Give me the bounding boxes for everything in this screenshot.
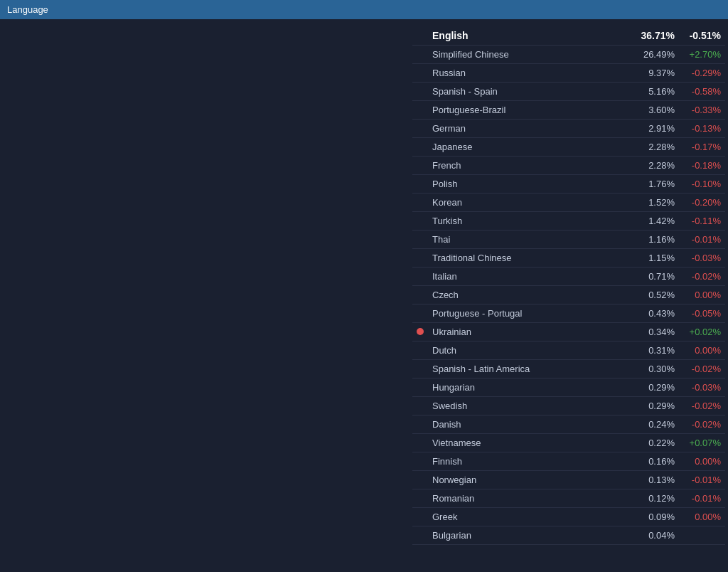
language-change: -0.01% [679,489,725,508]
language-change: +0.07% [679,434,725,452]
table-row: Thai1.16%-0.01% [412,231,725,249]
language-change: 0.00% [679,341,725,360]
table-row: Italian0.71%-0.02% [412,268,725,286]
language-percentage: 0.04% [629,526,679,545]
table-row: Traditional Chinese1.15%-0.03% [412,249,725,268]
language-change: -0.01% [679,471,725,489]
language-name: Hungarian [428,378,629,397]
language-name: Thai [428,231,629,249]
row-indicator [412,415,428,434]
language-change: 0.00% [679,508,725,526]
language-percentage: 1.16% [629,231,679,249]
row-indicator [412,378,428,397]
language-change: 0.00% [679,452,725,471]
language-name: English [428,26,629,46]
table-row: Danish0.24%-0.02% [412,415,725,434]
row-indicator [412,46,428,64]
language-change: -0.20% [679,194,725,212]
language-change [679,526,725,545]
table-row: Ukrainian0.34%+0.02% [412,323,725,341]
language-percentage: 2.91% [629,120,679,138]
table-row: Portuguese-Brazil3.60%-0.33% [412,101,725,120]
language-change: 0.00% [679,286,725,304]
row-indicator [412,397,428,415]
language-name: Simplified Chinese [428,46,629,64]
table-row: Spanish - Latin America0.30%-0.02% [412,360,725,378]
language-percentage: 0.13% [629,471,679,489]
language-percentage: 0.16% [629,452,679,471]
language-percentage: 1.42% [629,212,679,231]
language-change: -0.18% [679,157,725,175]
table-row: Vietnamese0.22%+0.07% [412,434,725,452]
row-indicator [412,26,428,46]
language-name: Portuguese - Portugal [428,304,629,323]
language-table: English36.71%-0.51%Simplified Chinese26.… [412,26,725,545]
language-change: -0.51% [679,26,725,46]
table-row: French2.28%-0.18% [412,157,725,175]
language-name: Russian [428,64,629,83]
language-percentage: 2.28% [629,138,679,157]
language-percentage: 2.28% [629,157,679,175]
table-row: Polish1.76%-0.10% [412,175,725,194]
language-name: Finnish [428,452,629,471]
row-indicator [412,452,428,471]
row-indicator [412,489,428,508]
table-row: Finnish0.16%0.00% [412,452,725,471]
language-name: Vietnamese [428,434,629,452]
language-name: Spanish - Spain [428,83,629,101]
row-indicator [412,231,428,249]
table-row: Dutch0.31%0.00% [412,341,725,360]
language-percentage: 0.29% [629,397,679,415]
language-percentage: 3.60% [629,101,679,120]
table-row: Swedish0.29%-0.02% [412,397,725,415]
language-name: Ukrainian [428,323,629,341]
language-name: Norwegian [428,471,629,489]
language-name: Japanese [428,138,629,157]
language-change: +0.02% [679,323,725,341]
language-percentage: 0.52% [629,286,679,304]
title-bar: Language [0,0,728,19]
row-indicator [412,194,428,212]
language-name: Korean [428,194,629,212]
row-indicator [412,341,428,360]
row-indicator [412,434,428,452]
language-percentage: 0.43% [629,304,679,323]
row-indicator [412,526,428,545]
language-name: German [428,120,629,138]
table-row: Greek0.09%0.00% [412,508,725,526]
language-percentage: 0.31% [629,341,679,360]
language-change: -0.03% [679,378,725,397]
language-percentage: 1.52% [629,194,679,212]
language-change: -0.02% [679,397,725,415]
table-row: Russian9.37%-0.29% [412,64,725,83]
language-table-container: English36.71%-0.51%Simplified Chinese26.… [412,26,721,545]
language-change: -0.17% [679,138,725,157]
row-indicator [412,138,428,157]
language-change: -0.10% [679,175,725,194]
row-indicator [412,175,428,194]
language-name: Portuguese-Brazil [428,101,629,120]
row-indicator [412,286,428,304]
row-indicator [412,101,428,120]
language-change: -0.05% [679,304,725,323]
language-name: Turkish [428,212,629,231]
language-change: -0.13% [679,120,725,138]
language-change: -0.02% [679,268,725,286]
language-percentage: 0.22% [629,434,679,452]
language-percentage: 0.12% [629,489,679,508]
row-indicator [412,64,428,83]
language-percentage: 0.24% [629,415,679,434]
row-indicator [412,508,428,526]
row-indicator [412,212,428,231]
row-indicator [412,304,428,323]
language-name: Dutch [428,341,629,360]
language-name: Italian [428,268,629,286]
language-percentage: 0.71% [629,268,679,286]
table-row: English36.71%-0.51% [412,26,725,46]
table-row: Japanese2.28%-0.17% [412,138,725,157]
language-percentage: 0.34% [629,323,679,341]
language-change: -0.11% [679,212,725,231]
table-row: Turkish1.42%-0.11% [412,212,725,231]
language-name: Czech [428,286,629,304]
row-indicator [412,83,428,101]
